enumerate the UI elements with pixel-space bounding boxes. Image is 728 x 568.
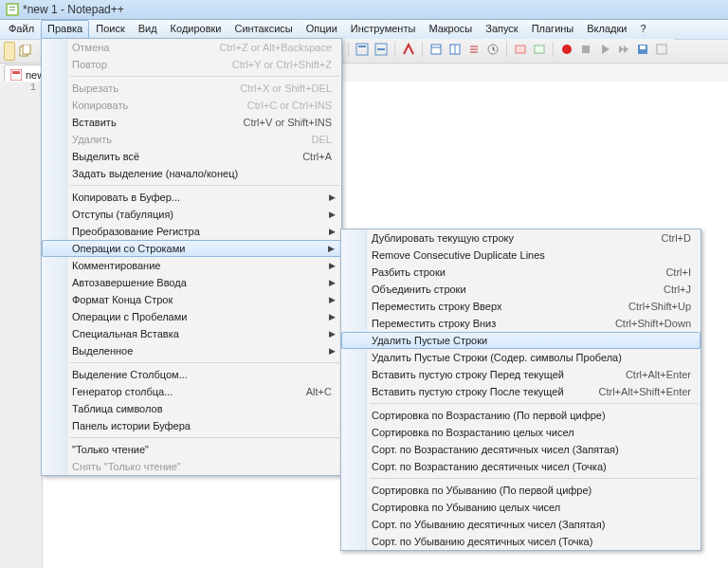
edit-menu-item[interactable]: Панель истории Буфера xyxy=(42,417,341,434)
line-ops-item[interactable]: Remove Consecutive Duplicate Lines xyxy=(341,247,701,264)
edit-menu-item[interactable]: Автозавершение Ввода▶ xyxy=(42,274,341,291)
line-ops-item[interactable]: Сорт. по Убыванию десятичных чисел (Запя… xyxy=(341,516,701,533)
toolbar-icon[interactable] xyxy=(373,41,390,58)
menu-item-label: Удалить Пустые Строки (Содер. символы Пр… xyxy=(372,352,691,363)
stop-icon[interactable] xyxy=(577,41,594,58)
line-ops-item[interactable]: Сорт. по Возрастанию десятичных чисел (З… xyxy=(341,441,701,458)
record-icon[interactable] xyxy=(558,41,575,58)
edit-menu-item[interactable]: Выделить всёCtrl+A xyxy=(42,148,341,165)
toolbar-icon[interactable] xyxy=(484,41,501,58)
submenu-arrow-icon: ▶ xyxy=(329,346,336,356)
line-ops-item[interactable]: Сортировка по Возрастанию целых чисел xyxy=(341,424,701,441)
edit-menu-item[interactable]: Таблица символов xyxy=(42,400,341,417)
menu-инструменты[interactable]: Инструменты xyxy=(344,20,423,39)
menu-поиск[interactable]: Поиск xyxy=(89,20,131,39)
edit-menu-item[interactable]: Задать выделение (начало/конец) xyxy=(42,165,341,182)
menu-вид[interactable]: Вид xyxy=(132,20,164,39)
menu-bar: ФайлПравкаПоискВидКодировкиСинтаксисыОпц… xyxy=(0,20,728,40)
edit-menu-item[interactable]: Выделенное▶ xyxy=(42,342,341,359)
line-ops-item[interactable]: Удалить Пустые Строки xyxy=(341,332,701,349)
menu-item-label: Вставить пустую строку Перед текущей xyxy=(372,369,607,380)
menu-item-shortcut: Alt+C xyxy=(306,386,332,397)
toolbar-icon[interactable] xyxy=(428,41,445,58)
save-macro-icon[interactable] xyxy=(634,41,651,58)
edit-menu-item[interactable]: Преобразование Регистра▶ xyxy=(42,223,341,240)
toolbar-icon[interactable] xyxy=(653,41,670,58)
edit-menu-item[interactable]: Копировать в Буфер...▶ xyxy=(42,189,341,206)
toolbar-icon[interactable] xyxy=(512,41,529,58)
edit-menu-item[interactable]: ВставитьCtrl+V or Shift+INS xyxy=(42,114,341,131)
menu-вкладки[interactable]: Вкладки xyxy=(580,20,633,39)
submenu-arrow-icon: ▶ xyxy=(329,227,336,236)
menu-item-label: Выделенное xyxy=(72,345,332,357)
edit-menu-item[interactable]: Операции со Строками▶ xyxy=(42,240,341,257)
svg-rect-11 xyxy=(377,48,385,50)
menu-item-label: Выделение Столбцом... xyxy=(72,369,332,380)
toolbar-icon[interactable] xyxy=(531,41,548,58)
tab-unsaved-icon xyxy=(10,69,22,81)
line-ops-item[interactable]: Переместить строку ВверхCtrl+Shift+Up xyxy=(341,298,701,315)
line-ops-item[interactable]: Дублировать текущую строкуCtrl+D xyxy=(341,229,701,247)
line-operations-submenu: Дублировать текущую строкуCtrl+DRemove C… xyxy=(340,229,701,551)
window-title: *new 1 - Notepad++ xyxy=(23,3,124,16)
menu-item-shortcut: Ctrl+D xyxy=(662,232,691,244)
menu-item-label: Вырезать xyxy=(72,82,221,94)
menu-синтаксисы[interactable]: Синтаксисы xyxy=(228,20,300,39)
toolbar-icon[interactable] xyxy=(446,41,464,58)
line-ops-item[interactable]: Переместить строку ВнизCtrl+Shift+Down xyxy=(341,315,701,332)
menu-макросы[interactable]: Макросы xyxy=(422,20,479,39)
line-ops-item[interactable]: Сортировка по Убыванию (По первой цифре) xyxy=(341,482,701,499)
menu-кодировки[interactable]: Кодировки xyxy=(164,20,228,39)
line-ops-item[interactable]: Сорт. по Убыванию десятичных чисел (Точк… xyxy=(341,533,701,550)
line-ops-item[interactable]: Вставить пустую строку Перед текущейCtrl… xyxy=(341,366,701,383)
line-ops-item[interactable]: Сортировка по Возрастанию (По первой циф… xyxy=(341,407,701,424)
menu-separator xyxy=(70,76,339,77)
toolbar-btn-copy[interactable] xyxy=(17,43,34,60)
svg-rect-8 xyxy=(356,44,368,55)
edit-menu-item[interactable]: Операции с Пробелами▶ xyxy=(42,308,341,325)
toolbar-separator xyxy=(422,42,423,57)
submenu-arrow-icon: ▶ xyxy=(329,329,336,339)
menu-?[interactable]: ? xyxy=(633,20,652,39)
menu-item-label: Сортировка по Возрастанию (По первой циф… xyxy=(372,410,691,421)
edit-menu-item[interactable]: Специальная Вставка▶ xyxy=(42,325,341,342)
edit-menu-item[interactable]: Отступы (табуляция)▶ xyxy=(42,206,341,223)
menu-item-label: Сортировка по Возрастанию целых чисел xyxy=(372,427,691,438)
edit-menu-item[interactable]: Выделение Столбцом... xyxy=(42,366,341,383)
toolbar-icon[interactable] xyxy=(400,41,417,58)
menu-item-label: Сорт. по Возрастанию десятичных чисел (Т… xyxy=(372,461,691,472)
menu-item-label: Удалить Пустые Строки xyxy=(372,335,691,346)
menu-правка[interactable]: Правка xyxy=(41,20,89,39)
fast-forward-icon[interactable] xyxy=(615,41,632,58)
menu-item-label: Формат Конца Строк xyxy=(72,294,332,305)
line-ops-item[interactable]: Вставить пустую строку После текущейCtrl… xyxy=(341,383,701,400)
edit-menu-item[interactable]: Формат Конца Строк▶ xyxy=(42,291,341,308)
toolbar-icon[interactable] xyxy=(465,41,482,58)
submenu-arrow-icon: ▶ xyxy=(329,261,336,270)
menu-item-label: Сортировка по Убыванию (По первой цифре) xyxy=(372,485,691,496)
menu-item-label: Операции с Пробелами xyxy=(72,311,332,322)
line-ops-item[interactable]: Разбить строкиCtrl+I xyxy=(341,264,701,281)
menu-запуск[interactable]: Запуск xyxy=(479,20,524,39)
menu-плагины[interactable]: Плагины xyxy=(525,20,581,39)
submenu-arrow-icon: ▶ xyxy=(329,295,336,304)
menu-item-label: Разбить строки xyxy=(372,266,646,278)
line-ops-item[interactable]: Сортировка по Убыванию целых чисел xyxy=(341,499,701,516)
menu-item-label: Выделить всё xyxy=(72,151,283,162)
menu-item-label: Операции со Строками xyxy=(72,243,332,254)
menu-опции[interactable]: Опции xyxy=(300,20,344,39)
menu-файл[interactable]: Файл xyxy=(2,20,41,39)
edit-menu-item[interactable]: "Только чтение" xyxy=(42,441,341,458)
toolbar-icon[interactable] xyxy=(354,41,371,58)
edit-menu-item: ВырезатьCtrl+X or Shift+DEL xyxy=(42,80,341,97)
edit-menu-item[interactable]: Генератор столбца...Alt+C xyxy=(42,383,341,400)
line-ops-item[interactable]: Удалить Пустые Строки (Содер. символы Пр… xyxy=(341,349,701,366)
edit-menu-item[interactable]: Комментирование▶ xyxy=(42,257,341,274)
line-ops-item[interactable]: Объединить строкиCtrl+J xyxy=(341,281,701,298)
menu-item-label: Сорт. по Убыванию десятичных чисел (Точк… xyxy=(372,536,691,547)
line-ops-item[interactable]: Сорт. по Возрастанию десятичных чисел (Т… xyxy=(341,458,701,475)
toolbar-btn-partial[interactable] xyxy=(4,42,15,61)
play-icon[interactable] xyxy=(596,41,613,58)
menu-item-label: Вставить xyxy=(72,117,224,128)
menu-item-shortcut: Ctrl+V or Shift+INS xyxy=(243,117,332,128)
